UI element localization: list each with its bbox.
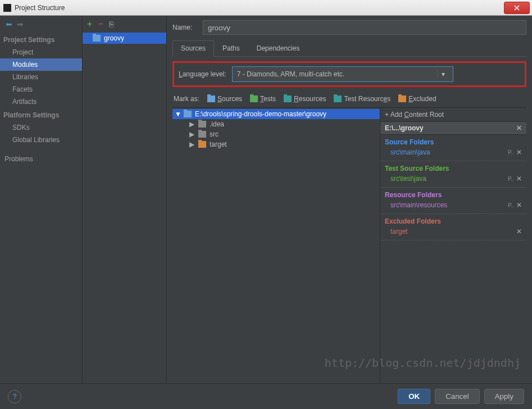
module-name: groovy <box>104 34 124 42</box>
folder-icon <box>93 35 101 42</box>
package-prefix-icon[interactable]: P.. <box>508 149 514 156</box>
expand-arrow-icon[interactable]: ▶ <box>189 120 195 128</box>
roots-section-header: Excluded Folders <box>380 214 526 226</box>
package-prefix-icon[interactable]: P.. <box>508 202 514 208</box>
mark-sources[interactable]: Sources <box>207 95 242 103</box>
roots-item[interactable]: src\main\resourcesP..✕ <box>380 200 526 214</box>
window-title: Project Structure <box>15 4 65 12</box>
name-label: Name: <box>172 24 197 31</box>
nav-sdks[interactable]: SDKs <box>0 121 82 134</box>
roots-item-label: src\test\java <box>390 175 426 183</box>
left-sidebar: ⬅ ➡ Project Settings Project Modules Lib… <box>0 16 83 383</box>
roots-item-label: src\main\java <box>390 148 430 156</box>
remove-folder-icon[interactable]: ✕ <box>516 201 522 209</box>
nav-libraries[interactable]: Libraries <box>0 71 82 83</box>
copy-module-icon[interactable]: ⎘ <box>109 20 113 29</box>
folder-icon <box>250 96 258 102</box>
expand-arrow-icon[interactable]: ▼ <box>175 110 180 118</box>
nav-back-icon[interactable]: ⬅ <box>6 20 12 29</box>
content-root-path[interactable]: E:\...\groovy ✕ <box>380 122 526 135</box>
help-button[interactable]: ? <box>8 390 21 403</box>
language-level-value: 7 - Diamonds, ARM, multi-catch etc. <box>237 70 344 78</box>
dropdown-arrow-icon: ▾ <box>437 70 448 78</box>
folder-icon <box>184 111 192 117</box>
nav-artifacts[interactable]: Artifacts <box>0 96 82 108</box>
language-level-row: Language level: 7 - Diamonds, ARM, multi… <box>172 61 526 87</box>
app-icon <box>3 4 11 12</box>
roots-item-label: target <box>390 228 408 235</box>
folder-icon <box>198 131 206 138</box>
folder-icon <box>198 141 206 148</box>
mark-excluded[interactable]: Excluded <box>398 95 436 103</box>
tree-item-target[interactable]: ▶ target <box>172 139 380 149</box>
remove-folder-icon[interactable]: ✕ <box>516 228 522 235</box>
tab-paths[interactable]: Paths <box>214 40 248 56</box>
module-tabs: Sources Paths Dependencies <box>172 40 526 57</box>
close-button[interactable] <box>504 2 530 14</box>
titlebar: Project Structure <box>0 0 532 16</box>
module-details-panel: Name: Sources Paths Dependencies Languag… <box>167 16 532 383</box>
tab-dependencies[interactable]: Dependencies <box>248 40 308 56</box>
tree-item-src[interactable]: ▶ src <box>172 129 380 139</box>
folder-icon <box>398 96 406 102</box>
content-roots-panel: + Add Content Root E:\...\groovy ✕ Sourc… <box>380 108 526 383</box>
folder-icon <box>334 96 342 102</box>
module-name-input[interactable] <box>203 20 526 35</box>
nav-problems[interactable]: Problems <box>0 153 82 165</box>
folder-icon <box>198 121 206 128</box>
remove-folder-icon[interactable]: ✕ <box>516 148 522 156</box>
roots-item[interactable]: src\test\javaP..✕ <box>380 174 526 188</box>
modules-list-panel: + − ⎘ groovy <box>83 16 167 383</box>
nav-project[interactable]: Project <box>0 46 82 58</box>
roots-section-header: Test Source Folders <box>380 161 526 174</box>
content-root-label: E:\...\groovy <box>385 124 424 132</box>
section-project-settings: Project Settings <box>0 33 82 46</box>
mark-test-resources[interactable]: Test Resources <box>334 95 390 103</box>
roots-item[interactable]: src\main\javaP..✕ <box>380 147 526 161</box>
remove-module-icon[interactable]: − <box>98 19 103 29</box>
add-content-root[interactable]: + Add Content Root <box>380 108 526 122</box>
cancel-button[interactable]: Cancel <box>435 389 480 404</box>
mark-as-row: Mark as: Sources Tests Resources Test Re… <box>172 93 526 108</box>
ok-button[interactable]: OK <box>398 389 430 404</box>
tab-sources[interactable]: Sources <box>172 40 214 57</box>
tree-item-label: src <box>210 130 219 138</box>
apply-button[interactable]: Apply <box>484 389 524 404</box>
tree-item-label: target <box>210 140 227 148</box>
language-level-select[interactable]: 7 - Diamonds, ARM, multi-catch etc. ▾ <box>232 66 453 82</box>
roots-section-header: Resource Folders <box>380 188 526 200</box>
add-module-icon[interactable]: + <box>87 19 92 29</box>
section-platform-settings: Platform Settings <box>0 108 82 121</box>
roots-item[interactable]: target✕ <box>380 226 526 240</box>
language-level-label: Language level: <box>179 70 226 78</box>
expand-arrow-icon[interactable]: ▶ <box>189 140 195 148</box>
roots-item-label: src\main\resources <box>390 201 447 209</box>
remove-root-icon[interactable]: ✕ <box>516 124 522 132</box>
tree-item-idea[interactable]: ▶ .idea <box>172 119 380 129</box>
tree-item-label: .idea <box>210 120 224 128</box>
dialog-footer: ? OK Cancel Apply <box>0 383 532 409</box>
nav-modules[interactable]: Modules <box>0 58 82 71</box>
source-tree: ▼ E:\drools\spring-drools-demo-master\gr… <box>172 108 380 383</box>
package-prefix-icon[interactable]: P.. <box>508 176 514 182</box>
module-item-groovy[interactable]: groovy <box>83 33 166 44</box>
nav-facets[interactable]: Facets <box>0 83 82 96</box>
close-icon <box>513 4 520 11</box>
roots-section-header: Source Folders <box>380 135 526 147</box>
mark-as-label: Mark as: <box>174 95 199 103</box>
folder-icon <box>284 96 292 102</box>
remove-folder-icon[interactable]: ✕ <box>516 175 522 183</box>
nav-global-libraries[interactable]: Global Libraries <box>0 134 82 146</box>
nav-forward-icon[interactable]: ➡ <box>17 20 24 29</box>
mark-resources[interactable]: Resources <box>284 95 326 103</box>
expand-arrow-icon[interactable]: ▶ <box>189 130 195 138</box>
tree-root-label: E:\drools\spring-drools-demo-master\groo… <box>195 110 326 118</box>
tree-root[interactable]: ▼ E:\drools\spring-drools-demo-master\gr… <box>172 109 380 119</box>
mark-tests[interactable]: Tests <box>250 95 276 103</box>
folder-icon <box>207 96 215 102</box>
